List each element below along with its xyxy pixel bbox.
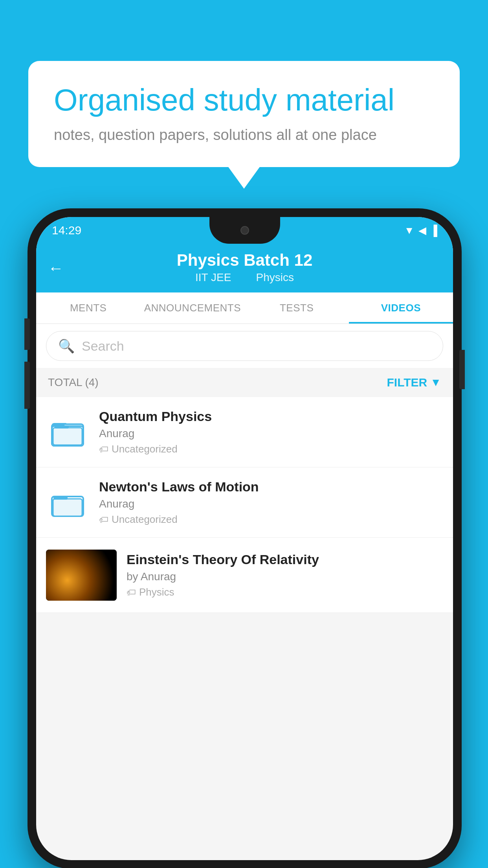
header-subtitle-physics: Physics xyxy=(256,271,294,283)
video-info: Newton's Laws of Motion Anurag 🏷 Uncateg… xyxy=(99,479,443,526)
video-author: Anurag xyxy=(99,498,443,510)
tag-label: Uncategorized xyxy=(112,513,178,526)
list-item[interactable]: Einstein's Theory Of Relativity by Anura… xyxy=(36,538,453,613)
status-time: 14:29 xyxy=(52,224,81,237)
filter-row: TOTAL (4) FILTER ▼ xyxy=(36,368,453,397)
tag-icon: 🏷 xyxy=(99,514,108,525)
svg-rect-7 xyxy=(53,499,82,516)
tabs-bar: MENTS ANNOUNCEMENTS TESTS VIDEOS xyxy=(36,292,453,324)
header-subtitle-divider xyxy=(240,271,247,283)
svg-rect-8 xyxy=(53,497,68,500)
list-item[interactable]: Newton's Laws of Motion Anurag 🏷 Uncateg… xyxy=(36,467,453,538)
back-button[interactable]: ← xyxy=(48,259,64,277)
svg-rect-2 xyxy=(53,428,82,445)
video-tag: 🏷 Uncategorized xyxy=(99,513,443,526)
tab-tests[interactable]: TESTS xyxy=(245,292,349,324)
video-author: by Anurag xyxy=(127,570,443,583)
volume-down-button xyxy=(24,362,30,409)
bubble-subtitle: notes, question papers, solutions all at… xyxy=(54,127,434,143)
power-button xyxy=(459,350,465,389)
search-bar[interactable]: 🔍 Search xyxy=(46,331,443,361)
thumbnail-background xyxy=(46,550,117,601)
wifi-icon: ▼ xyxy=(404,224,415,237)
tag-icon: 🏷 xyxy=(99,444,108,455)
tab-ments[interactable]: MENTS xyxy=(36,292,140,324)
tag-label: Physics xyxy=(139,586,174,598)
video-title: Newton's Laws of Motion xyxy=(99,479,443,495)
tab-announcements[interactable]: ANNOUNCEMENTS xyxy=(140,292,244,324)
search-placeholder: Search xyxy=(82,338,124,354)
filter-icon: ▼ xyxy=(430,376,441,389)
signal-icon: ◀ xyxy=(418,224,426,237)
video-thumbnail xyxy=(46,550,117,601)
folder-icon xyxy=(46,410,89,454)
search-icon: 🔍 xyxy=(58,338,75,354)
tab-videos[interactable]: VIDEOS xyxy=(349,292,453,324)
header-title: Physics Batch 12 xyxy=(48,251,441,270)
tag-label: Uncategorized xyxy=(112,443,178,455)
header-subtitle-iitjee: IIT JEE xyxy=(195,271,231,283)
video-info: Quantum Physics Anurag 🏷 Uncategorized xyxy=(99,409,443,455)
status-bar: 14:29 ▼ ◀ ▐ xyxy=(36,217,453,244)
video-tag: 🏷 Uncategorized xyxy=(99,443,443,455)
video-title: Quantum Physics xyxy=(99,409,443,424)
tag-icon: 🏷 xyxy=(127,587,136,598)
video-title: Einstein's Theory Of Relativity xyxy=(127,552,443,567)
header-subtitle: IIT JEE Physics xyxy=(48,271,441,284)
video-tag: 🏷 Physics xyxy=(127,586,443,598)
notch xyxy=(209,217,280,244)
filter-button[interactable]: FILTER ▼ xyxy=(387,376,441,389)
video-author: Anurag xyxy=(99,427,443,440)
bubble-title: Organised study material xyxy=(54,83,434,118)
app-header: ← Physics Batch 12 IIT JEE Physics xyxy=(36,244,453,292)
list-item[interactable]: Quantum Physics Anurag 🏷 Uncategorized xyxy=(36,397,453,467)
phone-frame: 14:29 ▼ ◀ ▐ ← Physics Batch 12 IIT JEE P… xyxy=(28,208,462,868)
phone-screen: 14:29 ▼ ◀ ▐ ← Physics Batch 12 IIT JEE P… xyxy=(36,217,453,860)
volume-up-button xyxy=(24,318,30,350)
folder-icon xyxy=(46,481,89,524)
filter-label: FILTER xyxy=(387,376,427,389)
status-icons: ▼ ◀ ▐ xyxy=(404,224,437,237)
video-info: Einstein's Theory Of Relativity by Anura… xyxy=(127,552,443,598)
video-list: Quantum Physics Anurag 🏷 Uncategorized xyxy=(36,397,453,613)
camera xyxy=(240,226,249,235)
speech-bubble-card: Organised study material notes, question… xyxy=(28,61,460,167)
total-count: TOTAL (4) xyxy=(48,376,99,389)
search-container: 🔍 Search xyxy=(36,324,453,368)
battery-icon: ▐ xyxy=(430,224,437,237)
svg-rect-3 xyxy=(55,425,69,428)
